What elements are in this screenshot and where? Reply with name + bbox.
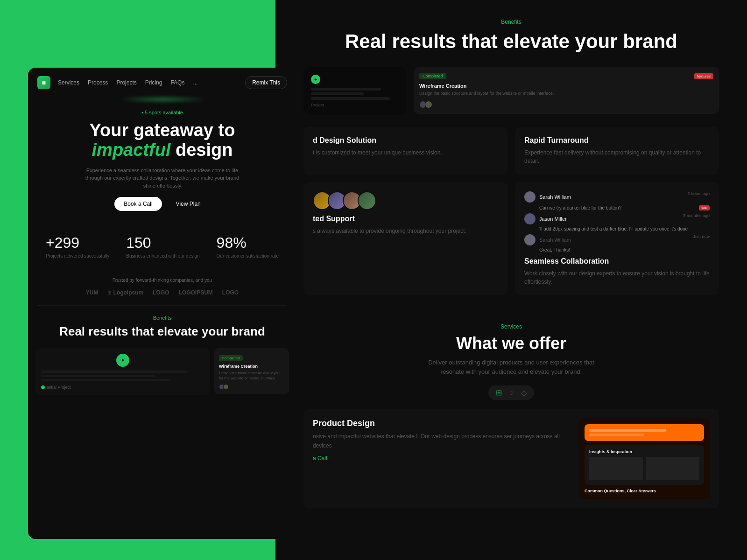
chat-time1: 2 hours ago	[687, 191, 710, 196]
stat-2: 98% Our customer satisfaction rate	[217, 234, 279, 259]
product-title: Product Design	[313, 419, 570, 428]
hero-title-line1: Your gateaway to	[90, 120, 235, 140]
tab-bar: ⊞ ○ ◇	[303, 385, 719, 400]
stat-1: 150 Business enhanced with our design	[126, 234, 199, 259]
stat-1-label: Business enhanced with our design	[126, 253, 199, 259]
wireframe-title-2: Wireframe Creation	[219, 364, 284, 369]
logo: ■	[37, 76, 50, 89]
chat-person2: Jason Miller	[539, 216, 567, 222]
services-desc: Deliver outstanding digital products and…	[418, 358, 605, 376]
hero-title: Your gateaway to impactful design	[42, 121, 282, 160]
chat-reply: Great, Thanks!	[539, 247, 710, 252]
stat-2-number: 98%	[217, 234, 279, 252]
logo-logo1: LOGO	[153, 289, 169, 296]
logo-logo1-text: LOGO	[153, 289, 169, 296]
common-questions-label: Common Questions, Clear Answers	[585, 489, 704, 493]
chat-msg1: Can we try a darker blue for the button?	[539, 205, 621, 210]
stat-0-label: Projects delivered successfully	[46, 253, 109, 259]
chat-reply-time: Just now	[693, 234, 710, 245]
wireframe-desc-2: Design the basic structure and layout fo…	[219, 371, 284, 381]
you-badge: You	[699, 205, 710, 210]
hero-title-line2: design	[176, 140, 233, 160]
benefit-card-0: d Design Solution t is customized to mee…	[303, 127, 507, 175]
logo-logoipsum1: ⊞ Logoipsum	[107, 289, 143, 296]
wireframe-desc: Design the basic structure and layout fo…	[419, 91, 713, 97]
logo-logoipsum1-text: Logoipsum	[113, 289, 143, 296]
chat-person1-reply: Sarah William	[539, 237, 571, 243]
chat-person1: Sarah William	[539, 194, 571, 200]
benefits-left-title: Real results that elevate your brand	[42, 324, 282, 339]
benefit-card-3: Sarah William 2 hours ago Can we try a d…	[515, 182, 719, 295]
benefits-tag: Benefits	[303, 19, 719, 25]
wireframe-preview-large: ✦ Project	[303, 67, 406, 115]
services-title: What we offer	[303, 334, 719, 353]
nav-pricing[interactable]: Pricing	[145, 79, 162, 86]
remix-button[interactable]: Remix This	[245, 76, 287, 89]
benefit-card-3-title: Seamless Collaboration	[524, 257, 710, 266]
nav-more[interactable]: ...	[193, 79, 197, 86]
logos-row: YUM ⊞ Logoipsum LOGO LOGOIPSUM LOGO	[37, 289, 287, 296]
navbar: ■ Services Process Projects Pricing FAQs…	[28, 68, 296, 98]
product-design-card: Product Design nsive and impactful websi…	[303, 409, 719, 508]
glow-bar	[116, 98, 209, 101]
stats-section: +299 Projects delivered successfully 150…	[28, 220, 296, 268]
nav-projects[interactable]: Projects	[116, 79, 136, 86]
main-card: ■ Services Process Projects Pricing FAQs…	[28, 68, 296, 539]
insights-label: Insights & Inspiration	[589, 449, 699, 454]
hero-section: 5 spots available Your gateaway to impac…	[28, 105, 296, 220]
product-text: Product Design nsive and impactful websi…	[313, 419, 570, 461]
features-badge: features	[694, 73, 713, 79]
logo-yum: YUM	[86, 289, 99, 296]
trusted-text: Trusted by forward-thinking companies, a…	[37, 278, 287, 283]
right-panel: Benefits Real results that elevate your …	[275, 0, 747, 560]
trusted-text-before: Trusted by forward-thinking companies,	[113, 278, 194, 283]
benefit-card-1-title: Rapid Turnaround	[524, 136, 710, 145]
benefit-card-2-desc: s always available to provide ongoing th…	[313, 227, 498, 235]
nav-services[interactable]: Services	[58, 79, 79, 86]
benefit-card-0-desc: t is customized to meet your unique busi…	[313, 148, 498, 157]
chat-time2: 5 minutes ago	[683, 213, 710, 218]
chat-msg2: 'll add 20px spacing and test a darker b…	[539, 226, 710, 231]
logo-icon: ■	[42, 79, 46, 86]
hero-title-italic: impactful	[92, 140, 171, 160]
trusted-section: Trusted by forward-thinking companies, a…	[28, 268, 296, 305]
benefits-left-tag: Benefits	[42, 315, 282, 321]
benefit-card-1-desc: Experience fast delivery without comprom…	[524, 148, 710, 165]
nav-process[interactable]: Process	[88, 79, 108, 86]
project-label: Project	[311, 103, 399, 107]
stat-1-number: 150	[126, 234, 199, 252]
stat-2-label: Our customer satisfaction rate	[217, 253, 279, 259]
logo-yum-text: YUM	[86, 289, 99, 296]
product-cta[interactable]: a Call	[313, 455, 570, 462]
tab-diamond[interactable]: ◇	[521, 388, 527, 397]
view-plan-button[interactable]: View Plan	[167, 197, 210, 211]
wf-icon-left: ✦	[116, 354, 129, 367]
hero-subtitle: Experience a seamless collaboration wher…	[83, 167, 242, 190]
initial-project-label: Initial Project	[47, 385, 71, 390]
benefits-left-section: Benefits Real results that elevate your …	[28, 306, 296, 348]
stat-0: +299 Projects delivered successfully	[46, 234, 109, 259]
completed-badge-2: Completed	[219, 355, 243, 361]
logo-logoipsum2-text: LOGOIPSUM	[179, 289, 213, 296]
benefit-card-3-desc: Work closely with our design experts to …	[524, 269, 710, 286]
product-preview: Insights & Inspiration Common Questions,…	[579, 419, 710, 499]
completed-badge: Completed	[419, 73, 446, 79]
book-call-button[interactable]: Book a Call	[114, 197, 162, 211]
stat-0-number: +299	[46, 234, 109, 252]
tab-circle[interactable]: ○	[509, 389, 514, 397]
services-tag: Services	[303, 323, 719, 330]
services-section: Services What we offer Deliver outstandi…	[275, 309, 747, 522]
benefits-title: Real results that elevate your brand	[303, 30, 719, 53]
nav-faqs[interactable]: FAQs	[170, 79, 184, 86]
nav-links: Services Process Projects Pricing FAQs .…	[58, 79, 238, 86]
product-desc: nsive and impactful websites that elevat…	[313, 432, 570, 450]
spots-badge: 5 spots available	[42, 110, 282, 115]
hero-buttons: Book a Call View Plan	[42, 197, 282, 211]
benefit-card-2-title: ted Support	[313, 215, 498, 223]
benefit-card-1: Rapid Turnaround Experience fast deliver…	[515, 127, 719, 175]
logo-logoipsum2: LOGOIPSUM	[179, 289, 213, 296]
tab-grid[interactable]: ⊞	[496, 388, 502, 397]
benefits-section: Benefits Real results that elevate your …	[275, 0, 747, 309]
trusted-text-accent: and you	[195, 278, 212, 283]
logo-logo2: LOGO	[222, 289, 239, 296]
